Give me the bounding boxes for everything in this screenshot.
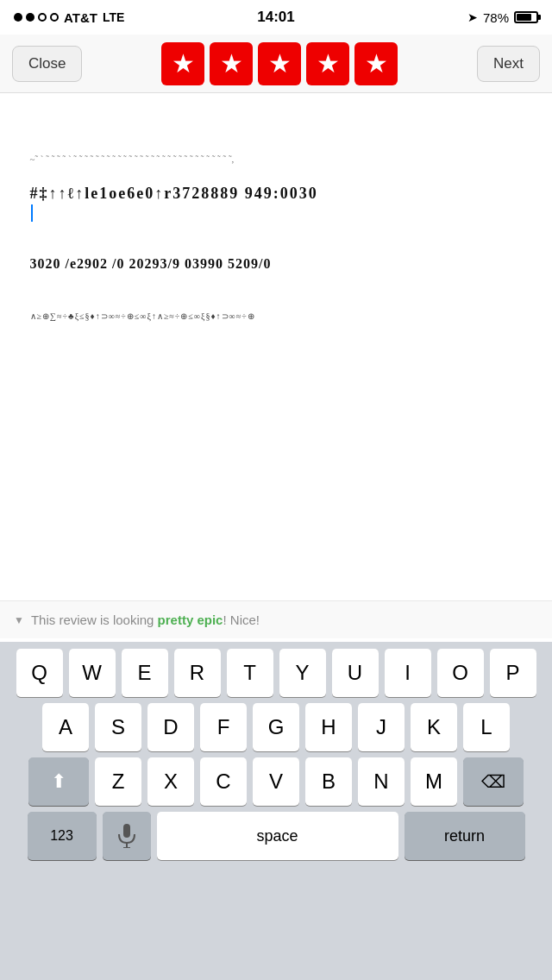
key-a[interactable]: A bbox=[42, 703, 89, 751]
key-k[interactable]: K bbox=[411, 703, 457, 751]
close-button[interactable]: Close bbox=[12, 46, 82, 82]
keyboard-row-1: Q W E R T Y U I O P bbox=[0, 649, 552, 697]
key-i[interactable]: I bbox=[385, 649, 431, 697]
key-m[interactable]: M bbox=[411, 757, 457, 806]
carrier: AT&T bbox=[64, 10, 97, 25]
review-highlight: pretty epic bbox=[158, 612, 223, 627]
backspace-key[interactable]: ⌫ bbox=[463, 757, 524, 806]
battery-fill bbox=[517, 14, 531, 21]
keyboard-row-4: 123 space return bbox=[0, 812, 552, 860]
dot-4 bbox=[50, 13, 59, 22]
space-key[interactable]: space bbox=[157, 812, 398, 860]
star-3[interactable]: ★ bbox=[258, 42, 301, 85]
keyboard-row-2: A S D F G H J K L bbox=[0, 703, 552, 751]
key-c[interactable]: C bbox=[200, 757, 247, 806]
keyboard: Q W E R T Y U I O P A S D F G H J K L ⬆ … bbox=[0, 642, 552, 980]
key-h[interactable]: H bbox=[305, 703, 352, 751]
dot-2 bbox=[26, 13, 34, 22]
svg-rect-0 bbox=[123, 824, 130, 838]
key-g[interactable]: G bbox=[253, 703, 299, 751]
key-q[interactable]: Q bbox=[16, 649, 63, 697]
battery-icon bbox=[514, 11, 538, 23]
key-w[interactable]: W bbox=[69, 649, 116, 697]
battery-percent: 78% bbox=[483, 10, 509, 25]
microphone-icon bbox=[117, 824, 136, 848]
backspace-icon: ⌫ bbox=[481, 771, 505, 792]
key-l[interactable]: L bbox=[463, 703, 510, 751]
key-n[interactable]: N bbox=[358, 757, 405, 806]
review-prefix: This review is looking bbox=[31, 612, 158, 627]
key-t[interactable]: T bbox=[227, 649, 273, 697]
key-r[interactable]: R bbox=[174, 649, 221, 697]
key-x[interactable]: X bbox=[147, 757, 194, 806]
microphone-key[interactable] bbox=[103, 812, 151, 860]
star-1[interactable]: ★ bbox=[161, 42, 204, 85]
time: 14:01 bbox=[257, 9, 294, 26]
shift-key[interactable]: ⬆ bbox=[28, 757, 89, 806]
keyboard-row-3: ⬆ Z X C V B N M ⌫ bbox=[0, 757, 552, 806]
key-b[interactable]: B bbox=[305, 757, 352, 806]
numbers-key[interactable]: 123 bbox=[28, 812, 97, 860]
key-s[interactable]: S bbox=[95, 703, 141, 751]
triangle-icon: ▼ bbox=[14, 614, 24, 626]
status-left: AT&T LTE bbox=[14, 10, 124, 25]
stars-container: ★ ★ ★ ★ ★ bbox=[161, 42, 398, 85]
star-4[interactable]: ★ bbox=[306, 42, 349, 85]
key-z[interactable]: Z bbox=[95, 757, 141, 806]
review-suffix: ! Nice! bbox=[223, 612, 260, 627]
status-right: ➤ 78% bbox=[467, 10, 538, 25]
star-5[interactable]: ★ bbox=[354, 42, 398, 85]
toolbar: Close ★ ★ ★ ★ ★ Next bbox=[0, 35, 552, 93]
key-j[interactable]: J bbox=[358, 703, 405, 751]
key-f[interactable]: F bbox=[200, 703, 247, 751]
dot-3 bbox=[38, 13, 47, 22]
key-p[interactable]: P bbox=[490, 649, 536, 697]
review-status-text: This review is looking pretty epic! Nice… bbox=[31, 612, 260, 627]
key-u[interactable]: U bbox=[332, 649, 379, 697]
dot-1 bbox=[14, 13, 22, 22]
review-status-bar: ▼ This review is looking pretty epic! Ni… bbox=[0, 600, 552, 638]
key-o[interactable]: O bbox=[437, 649, 484, 697]
status-bar: AT&T LTE 14:01 ➤ 78% bbox=[0, 0, 552, 35]
return-key[interactable]: return bbox=[405, 812, 525, 860]
key-e[interactable]: E bbox=[122, 649, 168, 697]
key-v[interactable]: V bbox=[253, 757, 299, 806]
network-type: LTE bbox=[103, 10, 124, 24]
key-y[interactable]: Y bbox=[279, 649, 326, 697]
location-icon: ➤ bbox=[467, 10, 478, 24]
next-button[interactable]: Next bbox=[477, 46, 540, 82]
shift-icon: ⬆ bbox=[51, 770, 66, 793]
text-content-area[interactable]: ~˜ ` ˜ ˜ ˜ ˜ ` ˜ ˜ ˜ ˜ ˜ ˜ ˜ ˜ ˜ ˜ ˜ ˜ ˜… bbox=[0, 93, 552, 507]
signal-dots bbox=[14, 13, 59, 22]
star-2[interactable]: ★ bbox=[210, 42, 253, 85]
review-text: ~˜ ` ˜ ˜ ˜ ˜ ` ˜ ˜ ˜ ˜ ˜ ˜ ˜ ˜ ˜ ˜ ˜ ˜ ˜… bbox=[10, 102, 542, 372]
key-d[interactable]: D bbox=[147, 703, 194, 751]
